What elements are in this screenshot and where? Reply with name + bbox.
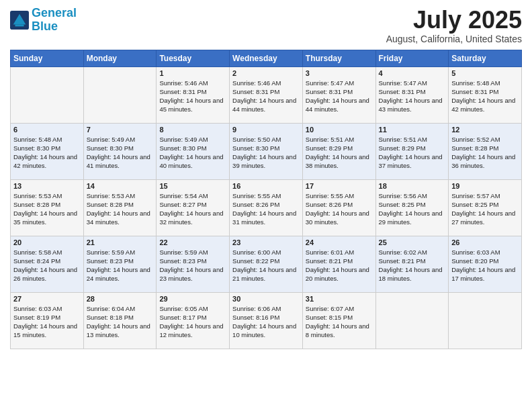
calendar-cell	[375, 292, 449, 349]
day-number: 13	[13, 182, 81, 190]
day-number: 11	[379, 126, 446, 134]
weekday-header-sunday: Sunday	[11, 50, 84, 66]
calendar-cell: 19Sunrise: 5:57 AM Sunset: 8:25 PM Dayli…	[449, 179, 522, 236]
weekday-header-row: SundayMondayTuesdayWednesdayThursdayFrid…	[11, 50, 522, 66]
cell-content: Sunrise: 5:59 AM Sunset: 8:23 PM Dayligh…	[159, 248, 226, 283]
cell-content: Sunrise: 6:03 AM Sunset: 8:20 PM Dayligh…	[451, 248, 519, 283]
calendar-week-2: 6Sunrise: 5:48 AM Sunset: 8:30 PM Daylig…	[11, 123, 522, 179]
cell-content: Sunrise: 5:50 AM Sunset: 8:30 PM Dayligh…	[232, 135, 300, 171]
weekday-header-wednesday: Wednesday	[230, 50, 303, 66]
cell-content: Sunrise: 6:00 AM Sunset: 8:22 PM Dayligh…	[232, 248, 300, 283]
location: August, California, United States	[386, 34, 522, 44]
calendar-cell: 3Sunrise: 5:47 AM Sunset: 8:31 PM Daylig…	[302, 66, 375, 123]
weekday-header-tuesday: Tuesday	[157, 50, 230, 66]
cell-content: Sunrise: 6:06 AM Sunset: 8:16 PM Dayligh…	[232, 304, 300, 340]
calendar-cell: 17Sunrise: 5:55 AM Sunset: 8:26 PM Dayli…	[302, 179, 375, 236]
logo-icon	[10, 11, 29, 30]
calendar-cell: 1Sunrise: 5:46 AM Sunset: 8:31 PM Daylig…	[157, 66, 230, 123]
cell-content: Sunrise: 6:07 AM Sunset: 8:15 PM Dayligh…	[306, 304, 373, 340]
day-number: 30	[232, 295, 300, 303]
calendar-week-3: 13Sunrise: 5:53 AM Sunset: 8:28 PM Dayli…	[11, 179, 522, 236]
calendar-table: SundayMondayTuesdayWednesdayThursdayFrid…	[10, 50, 522, 349]
cell-content: Sunrise: 5:53 AM Sunset: 8:28 PM Dayligh…	[13, 191, 81, 227]
cell-content: Sunrise: 5:49 AM Sunset: 8:30 PM Dayligh…	[159, 135, 226, 171]
calendar-cell	[449, 292, 522, 349]
day-number: 19	[451, 182, 519, 190]
day-number: 17	[306, 182, 373, 190]
cell-content: Sunrise: 5:47 AM Sunset: 8:31 PM Dayligh…	[306, 79, 373, 114]
day-number: 12	[451, 126, 519, 134]
svg-rect-2	[15, 24, 24, 26]
day-number: 24	[306, 238, 373, 246]
cell-content: Sunrise: 5:53 AM Sunset: 8:28 PM Dayligh…	[87, 191, 154, 227]
day-number: 16	[232, 182, 300, 190]
day-number: 20	[13, 238, 81, 246]
calendar-cell: 5Sunrise: 5:48 AM Sunset: 8:31 PM Daylig…	[449, 66, 522, 123]
day-number: 31	[306, 295, 373, 303]
calendar-cell: 18Sunrise: 5:56 AM Sunset: 8:25 PM Dayli…	[375, 179, 449, 236]
day-number: 15	[159, 182, 226, 190]
calendar-cell	[83, 66, 157, 123]
weekday-header-thursday: Thursday	[302, 50, 375, 66]
day-number: 26	[451, 238, 519, 246]
logo-text: General Blue	[32, 7, 77, 34]
day-number: 8	[159, 126, 226, 134]
calendar-cell: 9Sunrise: 5:50 AM Sunset: 8:30 PM Daylig…	[230, 123, 303, 179]
cell-content: Sunrise: 5:57 AM Sunset: 8:25 PM Dayligh…	[451, 191, 519, 227]
calendar-cell	[11, 66, 84, 123]
calendar-cell: 10Sunrise: 5:51 AM Sunset: 8:29 PM Dayli…	[302, 123, 375, 179]
day-number: 25	[379, 238, 446, 246]
cell-content: Sunrise: 5:49 AM Sunset: 8:30 PM Dayligh…	[87, 135, 154, 171]
calendar-cell: 25Sunrise: 6:02 AM Sunset: 8:21 PM Dayli…	[375, 236, 449, 292]
day-number: 18	[379, 182, 446, 190]
cell-content: Sunrise: 6:05 AM Sunset: 8:17 PM Dayligh…	[159, 304, 226, 340]
weekday-header-friday: Friday	[375, 50, 449, 66]
calendar-cell: 28Sunrise: 6:04 AM Sunset: 8:18 PM Dayli…	[83, 292, 157, 349]
cell-content: Sunrise: 6:04 AM Sunset: 8:18 PM Dayligh…	[87, 304, 154, 340]
cell-content: Sunrise: 5:48 AM Sunset: 8:30 PM Dayligh…	[13, 135, 81, 171]
day-number: 23	[232, 238, 300, 246]
page: General Blue July 2025 August, Californi…	[0, 0, 532, 411]
calendar-cell: 24Sunrise: 6:01 AM Sunset: 8:21 PM Dayli…	[302, 236, 375, 292]
cell-content: Sunrise: 5:52 AM Sunset: 8:28 PM Dayligh…	[451, 135, 519, 171]
cell-content: Sunrise: 5:55 AM Sunset: 8:26 PM Dayligh…	[232, 191, 300, 227]
calendar-cell: 16Sunrise: 5:55 AM Sunset: 8:26 PM Dayli…	[230, 179, 303, 236]
day-number: 14	[87, 182, 154, 190]
calendar-cell: 22Sunrise: 5:59 AM Sunset: 8:23 PM Dayli…	[157, 236, 230, 292]
calendar-cell: 26Sunrise: 6:03 AM Sunset: 8:20 PM Dayli…	[449, 236, 522, 292]
day-number: 9	[232, 126, 300, 134]
calendar-week-4: 20Sunrise: 5:58 AM Sunset: 8:24 PM Dayli…	[11, 236, 522, 292]
cell-content: Sunrise: 5:51 AM Sunset: 8:29 PM Dayligh…	[379, 135, 446, 171]
calendar-cell: 8Sunrise: 5:49 AM Sunset: 8:30 PM Daylig…	[157, 123, 230, 179]
day-number: 5	[451, 69, 519, 77]
calendar-cell: 27Sunrise: 6:03 AM Sunset: 8:19 PM Dayli…	[11, 292, 84, 349]
calendar-cell: 13Sunrise: 5:53 AM Sunset: 8:28 PM Dayli…	[11, 179, 84, 236]
calendar-cell: 15Sunrise: 5:54 AM Sunset: 8:27 PM Dayli…	[157, 179, 230, 236]
cell-content: Sunrise: 6:02 AM Sunset: 8:21 PM Dayligh…	[379, 248, 446, 283]
day-number: 4	[379, 69, 446, 77]
cell-content: Sunrise: 6:01 AM Sunset: 8:21 PM Dayligh…	[306, 248, 373, 283]
day-number: 10	[306, 126, 373, 134]
cell-content: Sunrise: 5:51 AM Sunset: 8:29 PM Dayligh…	[306, 135, 373, 171]
calendar-cell: 14Sunrise: 5:53 AM Sunset: 8:28 PM Dayli…	[83, 179, 157, 236]
day-number: 21	[87, 238, 154, 246]
day-number: 27	[13, 295, 81, 303]
day-number: 22	[159, 238, 226, 246]
cell-content: Sunrise: 5:46 AM Sunset: 8:31 PM Dayligh…	[159, 79, 226, 114]
weekday-header-saturday: Saturday	[449, 50, 522, 66]
calendar-cell: 6Sunrise: 5:48 AM Sunset: 8:30 PM Daylig…	[11, 123, 84, 179]
calendar-cell: 7Sunrise: 5:49 AM Sunset: 8:30 PM Daylig…	[83, 123, 157, 179]
cell-content: Sunrise: 5:59 AM Sunset: 8:23 PM Dayligh…	[87, 248, 154, 283]
cell-content: Sunrise: 5:56 AM Sunset: 8:25 PM Dayligh…	[379, 191, 446, 227]
calendar-cell: 29Sunrise: 6:05 AM Sunset: 8:17 PM Dayli…	[157, 292, 230, 349]
calendar-cell: 2Sunrise: 5:46 AM Sunset: 8:31 PM Daylig…	[230, 66, 303, 123]
calendar-cell: 12Sunrise: 5:52 AM Sunset: 8:28 PM Dayli…	[449, 123, 522, 179]
cell-content: Sunrise: 5:58 AM Sunset: 8:24 PM Dayligh…	[13, 248, 81, 283]
day-number: 2	[232, 69, 300, 77]
day-number: 28	[87, 295, 154, 303]
header: General Blue July 2025 August, Californi…	[10, 7, 522, 44]
cell-content: Sunrise: 5:55 AM Sunset: 8:26 PM Dayligh…	[306, 191, 373, 227]
calendar-week-1: 1Sunrise: 5:46 AM Sunset: 8:31 PM Daylig…	[11, 66, 522, 123]
calendar-cell: 30Sunrise: 6:06 AM Sunset: 8:16 PM Dayli…	[230, 292, 303, 349]
month-title: July 2025	[386, 7, 522, 34]
